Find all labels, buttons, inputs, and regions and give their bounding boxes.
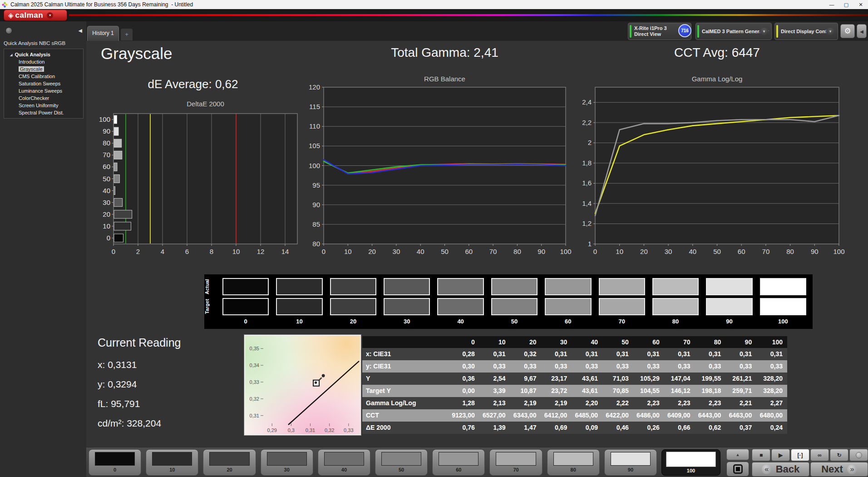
pattern-generator-status-bar: [697, 25, 699, 38]
back-button[interactable]: « Back: [752, 462, 809, 477]
pattern-button-90[interactable]: 90: [604, 449, 657, 476]
pattern-swatch: [611, 452, 651, 466]
sidebar-pin-button[interactable]: [5, 27, 12, 34]
title-bar: Calman 2025 Calman Ultimate for Business…: [0, 0, 868, 9]
table-cell: 6480,00: [756, 409, 787, 422]
svg-text:0,32: 0,32: [325, 427, 334, 433]
pattern-button-50[interactable]: 50: [375, 449, 428, 476]
continuous-measure-button[interactable]: ∞: [810, 449, 829, 461]
expander-icon: ◢: [10, 53, 12, 56]
table-cell: 2,23: [633, 397, 664, 409]
logo-strip: ◈ calman ▾: [0, 9, 868, 21]
pattern-button-80[interactable]: 80: [547, 449, 600, 476]
settings-gear-button[interactable]: ⚙: [840, 24, 855, 38]
next-button[interactable]: Next »: [810, 462, 868, 477]
loop-button[interactable]: ↻: [830, 449, 848, 461]
sidebar-item-screen-uniformity[interactable]: Screen Uniformity: [4, 102, 83, 109]
stop-button[interactable]: ■: [752, 449, 770, 461]
svg-text:2: 2: [588, 139, 592, 146]
table-column-header: 0: [449, 336, 479, 348]
actual-swatch-10: [276, 278, 322, 295]
table-cell: 23,17: [541, 373, 572, 385]
pattern-swatch: [666, 452, 716, 467]
play-button[interactable]: ▶: [771, 449, 790, 461]
pattern-button-70[interactable]: 70: [489, 449, 542, 476]
calman-wordmark: calman: [15, 11, 44, 20]
sidebar-item-spectral-power-dist-[interactable]: Spectral Power Dist.: [4, 109, 83, 116]
svg-text:1,2: 1,2: [582, 219, 592, 227]
chevron-down-icon: ▾: [47, 12, 53, 19]
svg-text:0,32: 0,32: [250, 396, 259, 402]
swatch-level-label: 70: [599, 318, 645, 326]
pattern-button-0[interactable]: 0: [89, 449, 141, 476]
sidebar-collapse-button[interactable]: ◀: [79, 28, 82, 34]
table-cell: 0,62: [695, 422, 726, 434]
table-cell: 0,46: [602, 422, 633, 434]
single-measure-button[interactable]: [·]: [791, 449, 809, 461]
table-row-label: y: CIE31: [362, 360, 449, 373]
meter-status-bar: [630, 25, 631, 38]
svg-text:20: 20: [103, 210, 110, 218]
sidebar-item-saturation-sweeps[interactable]: Saturation Sweeps: [4, 80, 83, 87]
actual-swatch-0: [222, 278, 269, 295]
collapse-panel-button[interactable]: ◀: [857, 24, 867, 38]
table-cell: 1,28: [449, 397, 479, 409]
sidebar-item-grayscale[interactable]: Grayscale: [4, 65, 83, 73]
expand-toolbar-button[interactable]: ▲: [726, 449, 749, 460]
svg-text:8: 8: [210, 248, 213, 255]
sidebar-item-luminance-sweeps[interactable]: Luminance Sweeps: [4, 87, 83, 94]
svg-text:80: 80: [312, 240, 320, 248]
svg-text:120: 120: [309, 84, 320, 91]
meter-mode: Direct View: [634, 31, 667, 37]
app-icon: [2, 2, 8, 8]
pattern-button-30[interactable]: 30: [261, 449, 313, 476]
table-cell: 0,33: [602, 360, 633, 373]
actual-swatch-20: [330, 278, 376, 295]
stop-pattern-button[interactable]: [726, 462, 749, 477]
pattern-button-10[interactable]: 10: [146, 449, 198, 476]
pattern-button-60[interactable]: 60: [432, 449, 485, 476]
table-cell: 2,23: [664, 397, 695, 409]
table-row-label: Target Y: [362, 385, 449, 397]
pattern-button-40[interactable]: 40: [318, 449, 370, 476]
pattern-generator-dropdown[interactable]: CalMED 3 Pattern Generator ▾: [695, 23, 772, 40]
pattern-button-20[interactable]: 20: [203, 449, 256, 476]
svg-text:10: 10: [103, 222, 110, 230]
pattern-level-label: 0: [89, 467, 141, 472]
svg-text:70: 70: [103, 151, 110, 159]
calman-diamond-icon: ◈: [8, 11, 14, 20]
target-swatch-60: [545, 298, 591, 315]
sidebar-item-cms-calibration[interactable]: CMS Calibration: [4, 73, 83, 80]
pattern-generator-name: CalMED 3 Pattern Generator: [702, 29, 769, 35]
minimize-button[interactable]: —: [824, 0, 839, 9]
maximize-button[interactable]: ▢: [839, 0, 853, 9]
table-cell: 71,03: [602, 373, 633, 385]
svg-text:115: 115: [309, 103, 320, 110]
close-button[interactable]: ✕: [853, 0, 868, 9]
svg-text:85: 85: [312, 220, 320, 228]
svg-text:2: 2: [136, 248, 140, 255]
table-column-header: 60: [633, 336, 664, 348]
svg-text:50: 50: [441, 248, 449, 255]
sidebar-item-colorchecker[interactable]: ColorChecker: [4, 94, 83, 102]
pattern-button-100[interactable]: 100: [661, 449, 720, 476]
continuous-measure-icon: ∞: [818, 452, 822, 458]
add-tab-button[interactable]: +: [121, 29, 133, 40]
svg-text:10: 10: [616, 248, 623, 255]
tree-root-quick-analysis[interactable]: ◢Quick Analysis: [4, 51, 83, 58]
table-cell: 43,61: [572, 385, 602, 397]
table-cell: 6463,00: [725, 409, 756, 422]
reading-fl: fL: 95,791: [98, 394, 181, 413]
table-cell: 6412,00: [541, 409, 572, 422]
svg-text:0: 0: [322, 248, 326, 255]
table-cell: 43,61: [572, 373, 602, 385]
svg-text:105: 105: [309, 142, 320, 149]
tab-history-1[interactable]: History 1: [87, 26, 119, 41]
display-control-dropdown[interactable]: Direct Display Control ▾: [774, 23, 838, 40]
target-swatch-30: [384, 298, 430, 315]
calman-menu-button[interactable]: ◈ calman ▾: [4, 10, 67, 21]
sidebar-item-introduction[interactable]: Introduction: [4, 58, 83, 65]
gamma-line-chart: 11,21,41,61,822,22,401020304050607080901…: [567, 84, 868, 256]
swatch-level-label: 0: [222, 318, 269, 326]
status-indicator-button[interactable]: [849, 449, 868, 461]
